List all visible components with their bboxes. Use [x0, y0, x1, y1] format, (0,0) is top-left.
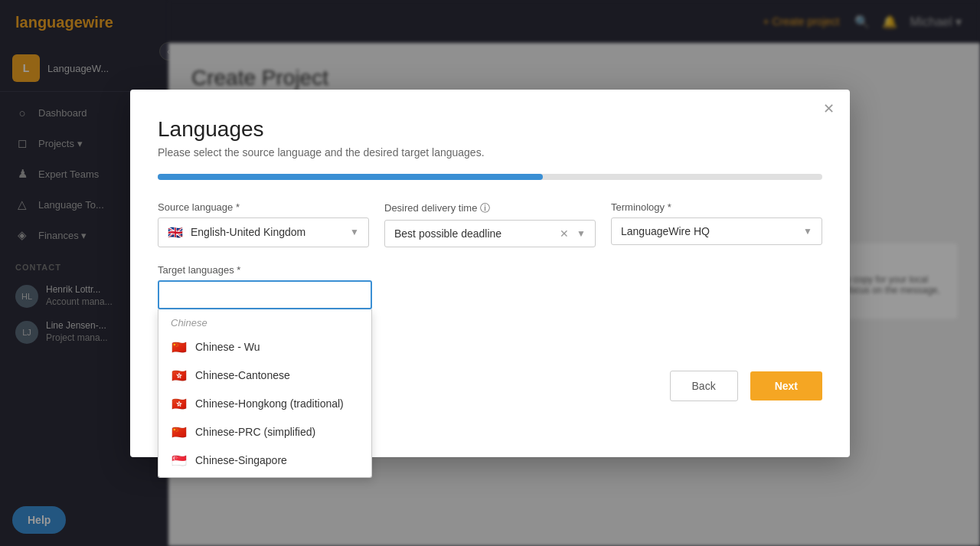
chinese-cantonese-label: Chinese-Cantonese	[195, 369, 290, 381]
source-language-select[interactable]: 🇬🇧 English-United Kingdom ▼	[158, 217, 369, 247]
target-languages-section: Target languages * Chinese 🇨🇳 Chinese - …	[158, 264, 822, 309]
chinese-hongkong-label: Chinese-Hongkong (traditional)	[195, 397, 344, 410]
dropdown-group-label: Chinese	[158, 309, 371, 333]
modal-subtitle: Please select the source language and th…	[158, 146, 822, 159]
terminology-value: LanguageWire HQ	[621, 225, 710, 237]
chinese-singapore-flag: 🇸🇬	[171, 453, 188, 468]
modal-close-button[interactable]: ✕	[823, 102, 835, 116]
next-button[interactable]: Next	[750, 371, 822, 401]
source-language-value: English-United Kingdom	[191, 226, 305, 238]
dropdown-item-chinese-wu[interactable]: 🇨🇳 Chinese - Wu	[158, 333, 371, 361]
form-row-top: Source language * 🇬🇧 English-United King…	[158, 201, 822, 247]
progress-bar	[158, 174, 822, 180]
terminology-select[interactable]: LanguageWire HQ ▼	[611, 217, 822, 245]
modal-title: Languages	[158, 117, 822, 142]
target-languages-label: Target languages *	[158, 264, 822, 276]
source-language-label: Source language *	[158, 201, 369, 213]
chinese-wu-label: Chinese - Wu	[195, 341, 260, 353]
delivery-time-group: Desired delivery time ⓘ Best possible de…	[384, 201, 596, 247]
terminology-chevron: ▼	[803, 226, 812, 237]
languages-modal: ✕ Languages Please select the source lan…	[130, 90, 850, 457]
dropdown-item-chinese-prc[interactable]: 🇨🇳 Chinese-PRC (simplified)	[158, 418, 371, 446]
chinese-wu-flag: 🇨🇳	[171, 340, 188, 355]
chinese-prc-label: Chinese-PRC (simplified)	[195, 426, 315, 438]
language-dropdown: Chinese 🇨🇳 Chinese - Wu 🇭🇰 Chinese-Canto…	[158, 309, 372, 478]
delivery-time-chevron: ▼	[577, 228, 586, 239]
terminology-label: Terminology *	[611, 201, 822, 213]
delivery-time-label: Desired delivery time ⓘ	[384, 201, 596, 215]
dropdown-item-chinese-cantonese[interactable]: 🇭🇰 Chinese-Cantonese	[158, 361, 371, 390]
delivery-time-select[interactable]: Best possible deadline ✕ ▼	[384, 220, 596, 247]
chinese-prc-flag: 🇨🇳	[171, 425, 188, 440]
modal-overlay: ✕ Languages Please select the source lan…	[0, 0, 980, 546]
chinese-hongkong-flag: 🇭🇰	[171, 397, 188, 411]
delivery-time-value: Best possible deadline	[394, 227, 501, 240]
delivery-time-clear[interactable]: ✕	[560, 227, 569, 240]
source-language-group: Source language * 🇬🇧 English-United King…	[158, 201, 369, 247]
back-button[interactable]: Back	[670, 371, 738, 401]
dropdown-item-chinese-taiwan[interactable]: 🇹🇼 Chinese-Taiwan (traditional)	[158, 475, 371, 478]
dropdown-item-chinese-singapore[interactable]: 🇸🇬 Chinese-Singapore	[158, 446, 371, 475]
dropdown-item-chinese-hongkong[interactable]: 🇭🇰 Chinese-Hongkong (traditional)	[158, 390, 371, 418]
progress-bar-fill	[158, 174, 543, 180]
target-languages-input[interactable]	[158, 280, 372, 309]
source-language-flag: 🇬🇧	[168, 225, 183, 240]
terminology-group: Terminology * LanguageWire HQ ▼	[611, 201, 822, 247]
chinese-singapore-label: Chinese-Singapore	[195, 454, 287, 466]
source-language-chevron: ▼	[350, 227, 359, 237]
chinese-cantonese-flag: 🇭🇰	[171, 368, 188, 383]
